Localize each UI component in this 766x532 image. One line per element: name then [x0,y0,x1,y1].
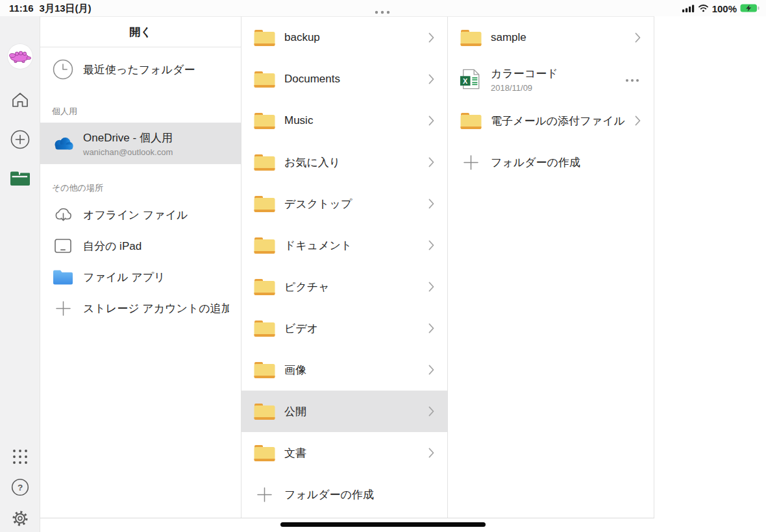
home-indicator[interactable] [280,522,486,527]
chevron-right-icon [428,157,434,167]
folder-name: ビデオ [284,321,423,336]
other-place-label: オフライン ファイル [83,208,229,223]
other-place-item[interactable]: オフライン ファイル [40,199,241,230]
plus-icon [52,301,74,316]
status-bar: 11:16 3月13日(月) 100% [0,0,766,16]
recent-folders-item[interactable]: 最近使ったフォルダー [40,47,241,91]
folder-row[interactable]: 電子メールの添付ファイル [448,100,654,141]
avatar-crocodile-icon [8,44,32,69]
status-time: 11:16 [9,3,34,15]
chevron-right-icon [428,240,434,250]
folder-row[interactable]: デスクトップ [241,183,447,224]
folder-name: ピクチャ [284,280,423,295]
folder-icon [253,195,275,213]
chevron-right-icon [428,323,434,333]
sidebar-item-home[interactable] [0,91,40,111]
create-folder-label: フォルダーの作成 [491,155,641,170]
chevron-right-icon [428,282,434,292]
chevron-right-icon [635,32,641,43]
help-icon: ? [11,478,29,499]
recent-folders-label: 最近使ったフォルダー [83,62,229,77]
folder-icon [253,154,275,171]
onedrive-title: OneDrive - 個人用 [83,130,173,145]
folder-name: 公開 [284,404,423,419]
folder-icon [253,403,275,420]
folder-name: 文書 [284,446,423,461]
chevron-right-icon [635,115,641,126]
create-folder-row[interactable]: フォルダーの作成 [448,141,654,183]
chevron-right-icon [428,406,434,417]
folder-row[interactable]: 公開 [241,391,447,432]
other-place-label: 自分の iPad [83,239,229,254]
file-row[interactable]: Xカラーコード2018/11/09 [448,58,654,100]
onedrive-cloud-icon [52,136,74,152]
folder-name: お気に入り [284,155,423,170]
settings-gear-icon [10,509,30,531]
content-list: sampleXカラーコード2018/11/09電子メールの添付ファイルフォルダー… [448,17,654,183]
other-place-item[interactable]: ストレージ アカウントの追加 [40,293,241,324]
chevron-right-icon [428,74,434,84]
sidebar-item-new[interactable] [0,129,40,152]
battery-charging-icon [740,3,760,14]
cellular-signal-icon [682,3,695,14]
folder-row[interactable]: 文書 [241,432,447,474]
folder-name: ドキュメント [284,238,423,253]
offline-cloud-icon [52,207,74,223]
folder-icon [460,112,482,130]
chevron-right-icon [428,365,434,375]
plus-icon [460,155,482,170]
svg-text:X: X [463,77,468,85]
folder-row[interactable]: Documents [241,58,447,100]
folder-contents-panel: sampleXカラーコード2018/11/09電子メールの添付ファイルフォルダー… [448,16,654,518]
add-icon [10,129,31,152]
status-date: 3月13日(月) [40,3,92,15]
other-place-label: ストレージ アカウントの追加 [83,301,229,316]
create-folder-row[interactable]: フォルダーの作成 [241,474,447,515]
folder-name: Documents [284,73,423,86]
sidebar-item-help[interactable]: ? [0,478,40,499]
folder-name: 画像 [284,363,423,378]
folder-row[interactable]: お気に入り [241,141,447,183]
excel-file-icon: X [460,67,482,91]
open-places-panel: 開く 最近使ったフォルダー 個人用 OneDrive - 個人用 wanicha… [40,16,241,518]
chevron-right-icon [428,448,434,458]
folder-icon [253,361,275,379]
folder-icon [253,71,275,88]
multitask-dots-icon [374,5,391,17]
folder-row[interactable]: backup [241,17,447,58]
other-place-label: ファイル アプリ [83,270,229,285]
folder-list: backupDocumentsMusicお気に入りデスクトップドキュメントピクチ… [241,17,447,515]
folder-icon [253,112,275,130]
avatar[interactable] [0,44,40,69]
folder-row[interactable]: ビデオ [241,308,447,349]
folder-row[interactable]: sample [448,17,654,58]
folder-name: デスクトップ [284,197,423,212]
svg-text:?: ? [18,483,23,492]
folder-icon [253,29,275,47]
sidebar-item-apps[interactable] [0,448,40,468]
chevron-right-icon [428,115,434,126]
other-place-item[interactable]: ファイル アプリ [40,261,241,293]
battery-percent: 100% [712,3,737,14]
chevron-right-icon [428,199,434,209]
folder-row[interactable]: Music [241,100,447,141]
plus-icon [253,487,275,502]
more-ellipsis-icon[interactable] [624,71,641,88]
apps-grid-icon [12,448,29,468]
folder-name: 電子メールの添付ファイル [491,114,630,128]
folder-name: backup [284,31,423,44]
create-folder-label: フォルダーの作成 [284,487,434,502]
sidebar-item-settings[interactable] [0,509,40,531]
file-date: 2018/11/09 [491,83,619,93]
other-place-item[interactable]: 自分の iPad [40,230,241,261]
folder-row[interactable]: ドキュメント [241,224,447,266]
folder-row[interactable]: 画像 [241,349,447,391]
folder-icon [253,444,275,462]
onedrive-account-item[interactable]: OneDrive - 個人用 wanichan@outlook.com [40,123,241,164]
status-indicators: 100% [682,3,760,14]
folder-row[interactable]: ピクチャ [241,266,447,308]
ipad-icon [52,239,74,253]
home-icon [11,91,29,111]
clock-icon [52,58,74,81]
sidebar-item-open[interactable] [0,170,40,189]
